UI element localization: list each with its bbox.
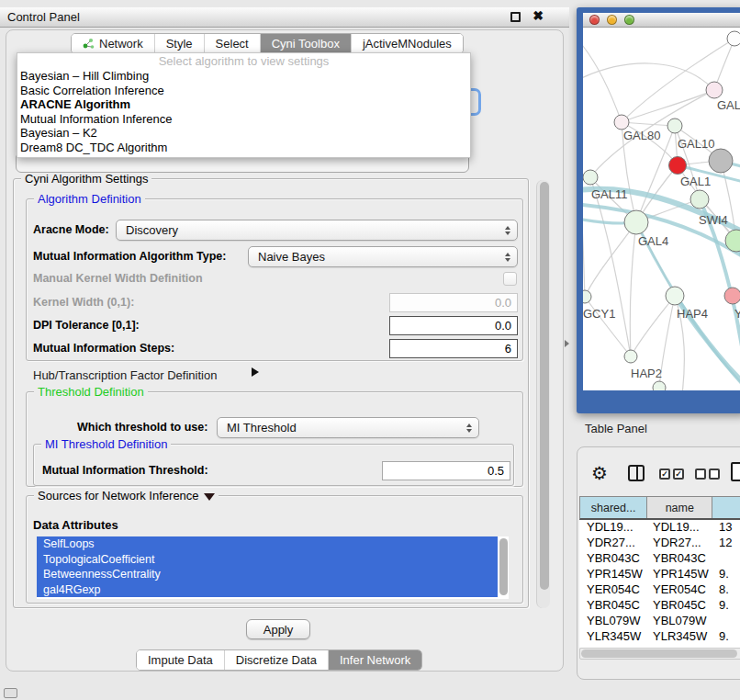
checked-checkbox-icon[interactable]: ✓: [673, 469, 684, 480]
network-canvas[interactable]: GAL GAL80 GAL10 GAL1 GAL11 SWI4 GAL4 GCY…: [583, 28, 740, 390]
which-threshold-combo[interactable]: MI Threshold: [217, 417, 479, 438]
list-scrollbar[interactable]: [499, 538, 508, 595]
network-node[interactable]: [727, 31, 740, 46]
attribute-item-selected[interactable]: TopologicalCoefficient: [37, 552, 498, 568]
table-row[interactable]: YDR27...YDR27...12: [579, 536, 740, 551]
tab-jactivemnodules[interactable]: jActiveMNodules: [352, 34, 463, 53]
checked-checkbox-icon[interactable]: ✓: [659, 469, 670, 480]
mi-algorithm-type-combo[interactable]: Naive Bayes: [248, 246, 518, 267]
node-label: Y: [734, 307, 740, 321]
close-icon[interactable]: ✖: [533, 8, 544, 23]
column-header-shared-name[interactable]: shared...: [580, 497, 647, 518]
column-header-partial[interactable]: [712, 497, 740, 518]
aracne-mode-combo[interactable]: Discovery: [116, 220, 518, 241]
attribute-item-selected[interactable]: gal4RGexp: [37, 582, 498, 598]
close-traffic-light-icon[interactable]: [589, 15, 600, 25]
dropdown-item[interactable]: Bayesian – Hill Climbing: [17, 69, 470, 84]
sources-group-title[interactable]: Sources for Network Inference: [34, 489, 219, 502]
network-node-gcy1[interactable]: [583, 290, 591, 303]
kernel-width-field[interactable]: 0.0: [389, 293, 518, 312]
tab-cyni-toolbox[interactable]: Cyni Toolbox: [261, 34, 352, 53]
network-node-hap2[interactable]: [624, 350, 637, 363]
page-icon[interactable]: [731, 462, 740, 481]
dropdown-item-selected[interactable]: ARACNE Algorithm: [17, 97, 470, 112]
node-label: HAP2: [631, 367, 662, 380]
tab-infer-network[interactable]: Infer Network: [329, 650, 421, 670]
table-row[interactable]: YBL079WYBL079W: [579, 614, 740, 629]
control-panel-titlebar: Control Panel ✖: [0, 7, 569, 28]
attribute-item-selected[interactable]: SelfLoops: [37, 536, 498, 552]
tab-impute-data[interactable]: Impute Data: [137, 650, 225, 670]
columns-icon[interactable]: [628, 465, 645, 481]
network-node[interactable]: [653, 381, 666, 390]
node-label: GAL80: [623, 129, 660, 142]
tab-network[interactable]: Network: [72, 34, 155, 53]
hub-definition-label[interactable]: Hub/Transcription Factor Definition: [33, 368, 217, 382]
network-node[interactable]: [709, 149, 733, 173]
settings-scrollbar-thumb[interactable]: [540, 182, 549, 590]
network-node-gal11[interactable]: [583, 170, 598, 185]
dropdown-item[interactable]: Mutual Information Inference: [17, 112, 470, 127]
unchecked-checkbox-icon[interactable]: [709, 469, 720, 480]
table-panel-title: Table Panel: [585, 422, 647, 435]
dropdown-item[interactable]: Dream8 DC_TDC Algorithm: [17, 141, 470, 155]
float-window-icon[interactable]: [510, 12, 521, 22]
network-view-window[interactable]: GAL GAL80 GAL10 GAL1 GAL11 SWI4 GAL4 GCY…: [577, 7, 740, 413]
network-node-gal1[interactable]: [669, 157, 687, 175]
apply-button[interactable]: Apply: [246, 619, 310, 639]
network-node-hap4[interactable]: [666, 287, 684, 305]
network-node-gal10[interactable]: [667, 119, 682, 133]
node-label: HAP4: [677, 307, 708, 321]
network-node[interactable]: [724, 288, 740, 304]
dropdown-item[interactable]: Bayesian – K2: [17, 126, 470, 141]
table-row[interactable]: YLR345WYLR345W9.: [579, 629, 740, 645]
mi-threshold-label: Mutual Information Threshold:: [42, 464, 208, 477]
node-label: SWI4: [699, 213, 728, 227]
minimized-panel-icon[interactable]: [4, 688, 17, 698]
manual-kernel-checkbox[interactable]: [503, 272, 517, 286]
tab-select[interactable]: Select: [205, 34, 261, 53]
network-node-gal80[interactable]: [614, 115, 629, 130]
network-node-swi4[interactable]: [690, 190, 709, 209]
network-window-titlebar[interactable]: [583, 13, 740, 28]
dropdown-item[interactable]: Basic Correlation Inference: [17, 84, 470, 98]
settings-scrollbar-track[interactable]: [536, 180, 550, 608]
mi-threshold-group-title: MI Threshold Definition: [41, 437, 171, 451]
node-label: GCY1: [583, 307, 615, 321]
table-row[interactable]: YER054CYER054C8.: [579, 582, 740, 598]
table-hscrollbar-thumb[interactable]: [581, 649, 737, 658]
table-row[interactable]: YDL19...YDL19...13: [579, 520, 740, 536]
combo-stepper-icon: [466, 423, 472, 433]
collapse-arrow-icon: [204, 493, 215, 501]
table-row[interactable]: YPR145WYPR145W9.: [579, 567, 740, 582]
panel-splitter-handle[interactable]: [565, 340, 569, 347]
minimize-traffic-light-icon[interactable]: [607, 15, 617, 25]
table-hscrollbar[interactable]: [579, 648, 740, 660]
network-node[interactable]: [706, 82, 723, 98]
tab-discretize-data[interactable]: Discretize Data: [225, 650, 329, 670]
combo-stepper-icon: [505, 253, 510, 262]
threshold-definition-title: Threshold Definition: [34, 385, 148, 399]
data-attributes-list: SelfLoops TopologicalCoefficient Between…: [37, 536, 509, 599]
gear-icon[interactable]: ⚙: [591, 462, 608, 484]
node-label: GAL: [717, 98, 740, 112]
mi-threshold-field[interactable]: 0.5: [382, 461, 510, 480]
node-label: GAL1: [680, 175, 711, 188]
hub-expand-arrow-icon[interactable]: [252, 367, 259, 377]
network-node-gal4[interactable]: [624, 210, 648, 234]
zoom-traffic-light-icon[interactable]: [624, 15, 634, 25]
kernel-width-label: Kernel Width (0,1):: [33, 296, 134, 309]
unchecked-checkbox-icon[interactable]: [695, 469, 706, 480]
column-header-name[interactable]: name: [647, 497, 712, 518]
table-row[interactable]: YBR045CYBR045C9.: [579, 598, 740, 614]
algorithm-dropdown-popup: Select algorithm to view settings Bayesi…: [17, 52, 471, 158]
node-label: GAL10: [678, 137, 714, 151]
table-row[interactable]: YBR043CYBR043C: [579, 551, 740, 567]
aracne-mode-label: Aracne Mode:: [33, 223, 109, 236]
dpi-tolerance-field[interactable]: 0.0: [389, 316, 518, 335]
tab-style[interactable]: Style: [155, 34, 205, 53]
tab-network-label: Network: [99, 37, 143, 51]
data-attributes-label: Data Attributes: [33, 518, 118, 532]
mi-steps-field[interactable]: 6: [389, 339, 518, 358]
attribute-item-selected[interactable]: BetweennessCentrality: [37, 567, 498, 582]
